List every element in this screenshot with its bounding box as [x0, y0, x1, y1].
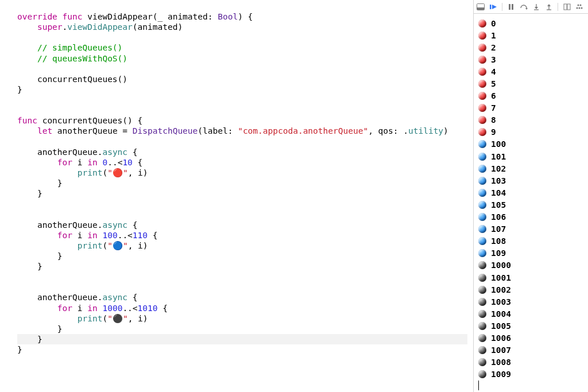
breakpoints-icon[interactable]	[575, 2, 584, 11]
console-value: 105	[491, 200, 506, 209]
svg-point-17	[577, 7, 578, 9]
blue-ball-icon	[478, 177, 486, 185]
console-row: 1000	[478, 259, 587, 271]
black-ball-icon	[478, 298, 486, 306]
blue-ball-icon	[478, 213, 486, 221]
console-row: 1002	[478, 284, 587, 296]
step-in-icon[interactable]	[532, 2, 541, 11]
play-icon[interactable]	[489, 2, 498, 11]
console-value: 1000	[491, 261, 511, 270]
red-ball-icon	[478, 128, 486, 136]
console-row: 1008	[478, 356, 587, 368]
red-ball-icon	[478, 44, 486, 52]
console-row: 6	[478, 90, 587, 102]
svg-rect-2	[490, 5, 492, 9]
console-row: 105	[478, 199, 587, 211]
console-row: 1004	[478, 308, 587, 320]
console-value: 1009	[491, 370, 511, 379]
console-value: 0	[491, 19, 496, 28]
console-value: 1005	[491, 321, 511, 331]
console-value: 8	[491, 115, 496, 125]
svg-point-19	[581, 7, 583, 9]
console-row: 7	[478, 102, 587, 114]
red-ball-icon	[478, 56, 486, 64]
blue-ball-icon	[478, 189, 486, 197]
console-value: 108	[491, 236, 506, 246]
black-ball-icon	[478, 322, 486, 330]
black-ball-icon	[478, 286, 486, 294]
svg-marker-11	[547, 4, 551, 6]
console-value: 6	[491, 91, 496, 100]
blue-ball-icon	[478, 153, 486, 161]
svg-marker-3	[492, 5, 497, 9]
console-row: 102	[478, 162, 587, 174]
toolbar-separator	[558, 3, 558, 11]
console-value: 1	[491, 31, 496, 40]
hide-icon[interactable]	[476, 2, 485, 11]
console-value: 2	[491, 43, 496, 52]
svg-rect-1	[477, 7, 484, 10]
debug-view-icon[interactable]	[562, 2, 571, 11]
console-row: 2	[478, 41, 587, 53]
console-row: 0	[478, 17, 587, 29]
svg-point-18	[579, 7, 581, 9]
console-row: 107	[478, 223, 587, 235]
blue-ball-icon	[478, 225, 486, 233]
console-value: 1001	[491, 273, 511, 282]
toolbar-separator	[502, 3, 502, 11]
debug-console: 0123456789100101102103104105106107108109…	[473, 0, 588, 392]
console-row: 101	[478, 150, 587, 162]
console-value: 5	[491, 79, 496, 88]
blue-ball-icon	[478, 140, 486, 148]
console-row: 4	[478, 65, 587, 77]
black-ball-icon	[478, 358, 486, 366]
blue-ball-icon	[478, 201, 486, 209]
black-ball-icon	[478, 310, 486, 318]
red-ball-icon	[478, 104, 486, 112]
console-value: 102	[491, 164, 506, 173]
step-over-icon[interactable]	[519, 2, 528, 11]
code-block: override func viewDidAppear(_ animated: …	[17, 11, 467, 355]
svg-rect-4	[509, 4, 510, 10]
svg-marker-6	[525, 8, 528, 10]
console-value: 9	[491, 127, 496, 137]
black-ball-icon	[478, 274, 486, 282]
console-row: 106	[478, 211, 587, 223]
svg-point-15	[578, 4, 579, 6]
console-value: 3	[491, 55, 496, 64]
console-row: 1003	[478, 296, 587, 308]
console-row: 9	[478, 126, 587, 138]
console-value: 107	[491, 224, 506, 234]
red-ball-icon	[478, 20, 486, 28]
red-ball-icon	[478, 80, 486, 88]
step-out-icon[interactable]	[544, 2, 554, 11]
console-value: 1006	[491, 333, 511, 343]
blue-ball-icon	[478, 165, 486, 173]
console-value: 104	[491, 188, 506, 197]
console-value: 7	[491, 103, 496, 112]
console-output[interactable]: 0123456789100101102103104105106107108109…	[474, 14, 588, 392]
console-row: 1005	[478, 320, 587, 332]
console-cursor	[478, 381, 479, 390]
pause-icon[interactable]	[506, 2, 516, 11]
console-value: 101	[491, 152, 506, 161]
red-ball-icon	[478, 116, 486, 124]
console-row: 1001	[478, 271, 587, 284]
console-row: 100	[478, 138, 587, 150]
red-ball-icon	[478, 68, 486, 76]
black-ball-icon	[478, 346, 486, 354]
console-value: 4	[491, 67, 496, 76]
blue-ball-icon	[478, 249, 486, 257]
console-row: 108	[478, 235, 587, 247]
svg-rect-14	[567, 4, 570, 10]
console-value: 1004	[491, 309, 511, 319]
console-row: 3	[478, 53, 587, 65]
svg-point-16	[580, 4, 582, 6]
svg-marker-8	[535, 7, 538, 9]
code-editor[interactable]: override func viewDidAppear(_ animated: …	[0, 0, 473, 392]
svg-rect-5	[512, 4, 513, 10]
red-ball-icon	[478, 32, 486, 40]
console-row: 1009	[478, 368, 587, 381]
console-row: 1	[478, 29, 587, 41]
console-row: 1007	[478, 344, 587, 356]
